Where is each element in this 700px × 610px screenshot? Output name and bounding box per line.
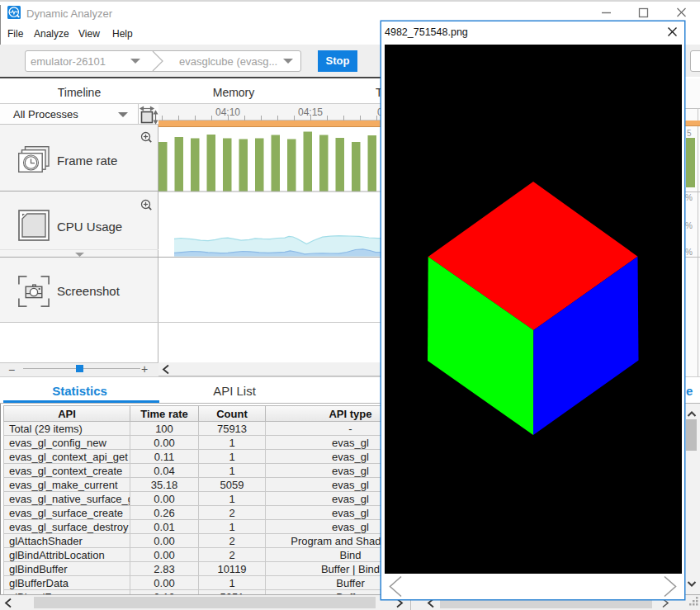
svg-text:04:15: 04:15 xyxy=(298,106,323,118)
svg-text:04:10: 04:10 xyxy=(215,106,240,118)
